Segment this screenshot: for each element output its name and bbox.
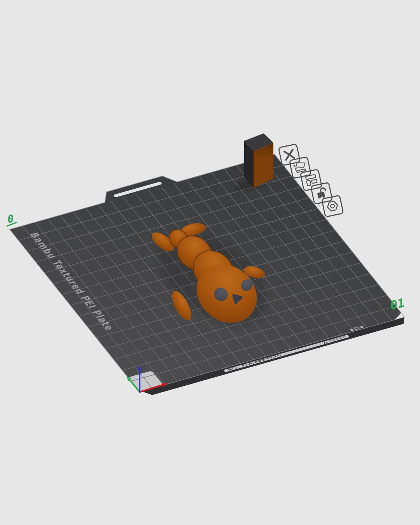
- slicer-3d-viewport[interactable]: PLA/ABS/PETG Bambu Textured PEI Plate: [0, 0, 420, 525]
- scene-3d[interactable]: PLA/ABS/PETG Bambu Textured PEI Plate: [0, 0, 420, 525]
- prime-tower[interactable]: [244, 133, 273, 188]
